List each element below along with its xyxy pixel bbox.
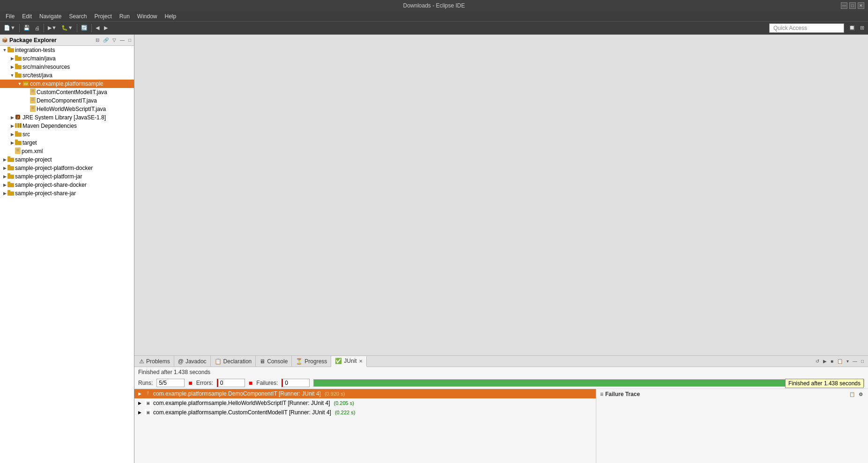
minimize-bottom-button[interactable]: — — [851, 358, 859, 364]
tab-junit[interactable]: ✅ JUnit ✕ — [331, 356, 366, 367]
toolbar-sep-3 — [77, 24, 77, 32]
toolbar-forward-button[interactable]: ▶ — [102, 24, 110, 32]
tree-item-src-main-java[interactable]: ▶src/main/java — [0, 54, 134, 63]
tree-item-sample-project-platform-docker[interactable]: ▶sample-project-platform-docker — [0, 164, 134, 172]
tree-item-src[interactable]: ▶src — [0, 130, 134, 139]
junit-stats-bar: Runs: 5/5 ■ Errors: 0 ■ Failures: 0 Fini… — [134, 377, 868, 389]
svg-rect-21 — [15, 123, 17, 128]
tree-arrow: ▶ — [9, 124, 15, 128]
tree-item-integration-tests[interactable]: ▼integration-tests — [0, 46, 134, 54]
link-with-editor-button[interactable]: 🔗 — [102, 37, 110, 43]
tree-item-com-example[interactable]: ▼##com.example.platformsample — [0, 80, 134, 88]
failures-label: Failures: — [256, 380, 278, 386]
toolbar-perspective-btn[interactable]: 🔲 — [847, 24, 857, 32]
menu-run[interactable]: Run — [116, 12, 134, 21]
progress-bar-fill — [314, 380, 864, 386]
tree-arrow: ▼ — [17, 81, 22, 86]
svg-rect-23 — [20, 123, 22, 128]
test-arrow: ▶ — [138, 401, 143, 405]
stop-button[interactable]: ■ — [829, 358, 835, 364]
test-item-demo-component-it[interactable]: ▶!com.example.platformsample.DemoCompone… — [134, 389, 596, 398]
collapse-all-button[interactable]: ⊟ — [95, 37, 100, 43]
tree-item-demo-component[interactable]: DemoComponentIT.java — [0, 96, 134, 105]
menu-file[interactable]: File — [2, 12, 18, 21]
tree-item-jre-system[interactable]: ▶JJRE System Library [JavaSE-1.8] — [0, 113, 134, 122]
tree-item-sample-project-platform-jar[interactable]: ▶sample-project-platform-jar — [0, 172, 134, 181]
close-button[interactable]: ✕ — [858, 2, 864, 9]
tree-item-sample-project-share-docker[interactable]: ▶sample-project-share-docker — [0, 181, 134, 189]
tree-item-src-test-java[interactable]: ▼src/test/java — [0, 71, 134, 80]
menu-search[interactable]: Search — [65, 12, 90, 21]
right-panel: ⚠ Problems @ Javadoc 📋 Declaration 🖥 Con… — [134, 35, 868, 463]
tree-arrow: ▶ — [9, 132, 15, 137]
options-button[interactable]: ▾ — [845, 358, 850, 364]
test-status-icon: ! — [145, 390, 151, 397]
declaration-icon: 📋 — [215, 358, 222, 365]
history-button[interactable]: 📋 — [836, 358, 844, 364]
tab-declaration[interactable]: 📋 Declaration — [211, 356, 256, 367]
tree-item-src-main-resources[interactable]: ▶src/main/resources — [0, 63, 134, 71]
toolbar-refresh-button[interactable]: 🔄 — [79, 24, 89, 32]
menu-navigate[interactable]: Navigate — [36, 12, 65, 21]
svg-rect-33 — [7, 166, 14, 170]
svg-rect-7 — [15, 72, 18, 74]
toolbar-new-button[interactable]: 📄▼ — [2, 24, 17, 32]
progress-tooltip: Finished after 1.438 seconds — [785, 379, 864, 388]
toolbar-debug-button[interactable]: 🐛▼ — [59, 24, 75, 32]
tree-item-custom-content[interactable]: CustomContentModelIT.java — [0, 88, 134, 96]
tab-progress-label: Progress — [304, 358, 327, 365]
tree-label: sample-project-platform-jar — [15, 173, 82, 180]
tab-problems[interactable]: ⚠ Problems — [135, 356, 174, 367]
junit-failure-trace-panel: ≡ Failure Trace 📋 ⚙ — [596, 389, 868, 463]
maximize-bottom-button[interactable]: □ — [860, 358, 865, 364]
toolbar-layout-btn[interactable]: ⊞ — [858, 24, 866, 32]
tree-item-pom-xml[interactable]: pom.xml — [0, 147, 134, 155]
menu-window[interactable]: Window — [134, 12, 161, 21]
tree-icon — [15, 140, 22, 146]
tree-icon — [15, 123, 22, 129]
trace-copy-button[interactable]: 📋 — [848, 391, 856, 397]
failure-trace-equals-icon: ≡ — [600, 391, 603, 397]
errors-value: 0 — [217, 379, 245, 387]
rerun-button[interactable]: ▶ — [822, 358, 828, 364]
test-item-hello-world-it[interactable]: ▶▣com.example.platformsample.HelloWorldW… — [134, 398, 596, 408]
tab-declaration-label: Declaration — [223, 358, 252, 365]
svg-rect-25 — [15, 131, 18, 133]
quick-access-input[interactable]: Quick Access — [769, 23, 844, 33]
tab-console[interactable]: 🖥 Console — [256, 356, 292, 367]
menu-help[interactable]: Help — [161, 12, 180, 21]
menu-bar: File Edit Navigate Search Project Run Wi… — [0, 11, 868, 22]
toolbar-run-button[interactable]: ▶▼ — [46, 24, 59, 32]
maximize-panel-button[interactable]: □ — [127, 37, 132, 43]
tree-item-sample-project[interactable]: ▶sample-project — [0, 155, 134, 164]
errors-label: Errors: — [196, 380, 213, 386]
tab-javadoc[interactable]: @ Javadoc — [174, 356, 211, 367]
toolbar-right-icons: 🔲 ⊞ — [847, 24, 866, 32]
tree-item-hello-world[interactable]: HelloWorldWebScriptIT.java — [0, 105, 134, 113]
maximize-button[interactable]: □ — [849, 2, 856, 9]
view-menu-button[interactable]: ▽ — [111, 37, 117, 43]
tab-progress[interactable]: ⏳ Progress — [292, 356, 331, 367]
svg-rect-4 — [15, 65, 22, 69]
toolbar-save-button[interactable]: 💾 — [22, 24, 32, 32]
tree-arrow: ▶ — [9, 140, 15, 145]
tree-item-maven-deps[interactable]: ▶Maven Dependencies — [0, 122, 134, 130]
tree-label: integration-tests — [15, 47, 55, 53]
left-panel: 📦 Package Explorer ⊟ 🔗 ▽ — □ ▼integratio… — [0, 35, 134, 463]
toolbar-print-button[interactable]: 🖨 — [33, 24, 42, 32]
tree-icon — [7, 190, 14, 197]
menu-project[interactable]: Project — [90, 12, 115, 21]
tab-junit-close[interactable]: ✕ — [359, 359, 363, 364]
tree-item-sample-project-share-jar[interactable]: ▶sample-project-share-jar — [0, 189, 134, 198]
toolbar-back-button[interactable]: ◀ — [94, 24, 101, 32]
minimize-button[interactable]: — — [841, 2, 847, 9]
toolbar-sep-2 — [44, 24, 44, 32]
tree-arrow: ▶ — [2, 191, 7, 196]
minimize-panel-button[interactable]: — — [119, 37, 126, 43]
tree-item-target[interactable]: ▶target — [0, 139, 134, 147]
test-item-custom-content-it[interactable]: ▶▣com.example.platformsample.CustomConte… — [134, 408, 596, 417]
rerun-failed-button[interactable]: ↺ — [814, 358, 821, 364]
trace-filter-button[interactable]: ⚙ — [857, 391, 864, 397]
window-controls: — □ ✕ — [841, 2, 864, 9]
menu-edit[interactable]: Edit — [18, 12, 36, 21]
